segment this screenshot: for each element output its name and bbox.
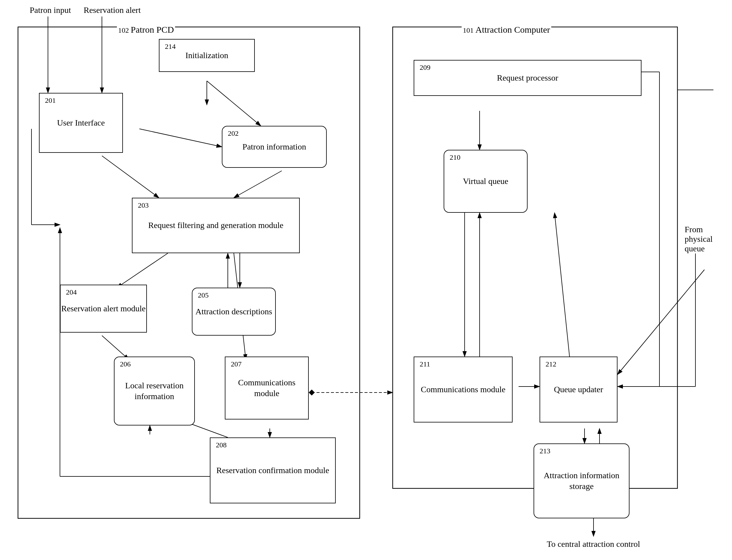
virtual-queue-box: 210 Virtual queue (444, 150, 528, 213)
svg-line-9 (139, 129, 222, 147)
diagram: Patron input Reservation alert 102Patron… (0, 0, 732, 560)
from-physical-queue-label: Fromphysicalqueue (683, 225, 714, 253)
request-processor-box: 209 Request processor (414, 60, 642, 96)
queue-updater-box: 212 Queue updater (540, 357, 618, 422)
reservation-alert-label: Reservation alert (82, 5, 142, 15)
patron-pcd-label: 102Patron PCD (117, 25, 175, 35)
attraction-desc-box: 205 Attraction descriptions (192, 288, 276, 336)
user-interface-box: 201 User Interface (39, 93, 123, 153)
attraction-computer-number: 101 (463, 26, 474, 34)
patron-pcd-number: 102 (118, 26, 129, 34)
patron-input-label: Patron input (28, 5, 72, 15)
attraction-computer-label: 101Attraction Computer (462, 25, 551, 35)
communications-207-box: 207 Communications module (225, 357, 309, 419)
svg-line-10 (234, 171, 282, 198)
svg-line-11 (102, 156, 159, 198)
initialization-box: 214 Initialization (159, 39, 255, 72)
reservation-alert-box: 204 Reservation alert module (60, 285, 147, 333)
svg-line-30 (555, 213, 570, 357)
to-central-label: To central attraction control (546, 539, 641, 549)
patron-info-box: 202 Patron information (222, 126, 327, 168)
svg-line-34 (618, 270, 704, 375)
communications-211-box: 211 Communications module (414, 357, 513, 422)
local-reservation-box: 206 Local reservation information (114, 357, 195, 425)
svg-line-8 (207, 81, 261, 126)
reservation-confirm-box: 208 Reservation confirmation module (210, 437, 336, 503)
attraction-info-storage-box: 213 Attraction information storage (534, 443, 630, 518)
svg-line-15 (117, 253, 168, 288)
request-filtering-box: 203 Request filtering and generation mod… (132, 198, 300, 253)
svg-line-18 (102, 336, 129, 360)
